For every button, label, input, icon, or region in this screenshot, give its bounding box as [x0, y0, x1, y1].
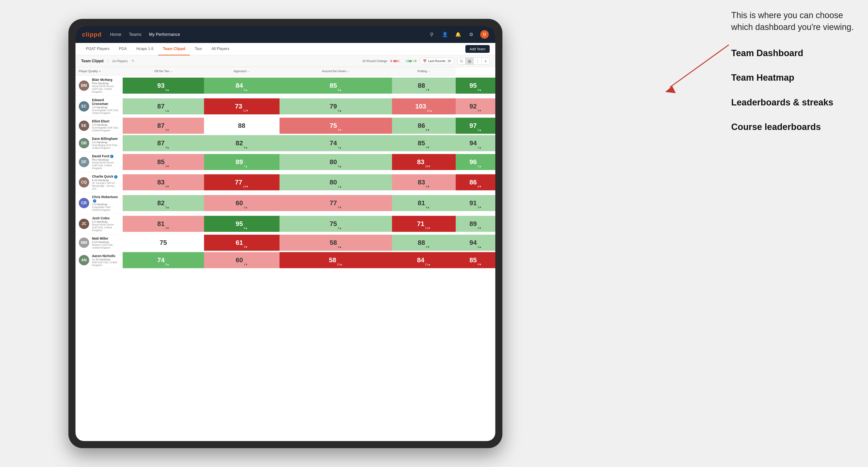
score-cell-9-0: 748▲ [123, 251, 204, 269]
player-club: Royal North Devon Golf Club, United King… [92, 223, 119, 231]
navbar-link-home[interactable]: Home [110, 31, 121, 38]
player-cell-1: ECEdward Crossman1-5 HandicapSunningdale… [75, 96, 123, 117]
score-cell-5-1: 7714▼ [204, 172, 280, 192]
table-row[interactable]: CQCharlie Quick✓6-10 HandicapSt. George'… [75, 172, 495, 192]
player-avatar: AN [79, 255, 89, 266]
add-team-button[interactable]: Add Team [465, 45, 490, 53]
navbar-link-teams[interactable]: Teams [129, 31, 142, 38]
scale-max: +5 [413, 59, 416, 63]
score-cell-1-0: 871▲ [123, 96, 204, 117]
score-cell-1-3: 10315▲ [392, 96, 456, 117]
score-change: 3▲ [338, 165, 342, 168]
score-change: 8▲ [165, 263, 169, 266]
table-row[interactable]: EEElliot Ebert1-5 HandicapSunningdale Go… [75, 117, 495, 134]
navbar: clippd HomeTeamsMy Performance ⚲ 👤 🔔 ⚙ U [75, 26, 495, 43]
score-value: 95 [469, 82, 477, 89]
list-view-button[interactable]: ⋮ [474, 58, 482, 64]
tab-all-players[interactable]: All Players [207, 43, 234, 55]
score-value: 77 [235, 179, 242, 186]
score-value: 71 [417, 220, 424, 228]
player-club: Gog Magog Golf Club, United Kingdom [92, 144, 119, 149]
player-name[interactable]: Matt Miller [92, 237, 119, 240]
navbar-link-my-performance[interactable]: My Performance [149, 31, 180, 38]
score-cell-9-1: 601▼ [204, 251, 280, 269]
player-avatar: BM [79, 81, 89, 91]
player-name[interactable]: Charlie Quick✓ [92, 175, 119, 178]
score-change: 2▲ [244, 206, 248, 209]
player-name[interactable]: Dave Billingham [92, 137, 119, 141]
bell-icon[interactable]: 🔔 [454, 30, 462, 39]
score-value: 88 [418, 82, 425, 89]
player-name[interactable]: Edward Crossman [92, 98, 119, 106]
player-name[interactable]: Blair McHarg [92, 78, 119, 82]
score-change: 4▲ [338, 246, 342, 248]
table-row[interactable]: BMBlair McHargPlus HandicapRoyal North D… [75, 75, 495, 96]
score-change: 3▼ [165, 129, 169, 131]
score-value: 84 [417, 256, 424, 264]
annotation-intro: This is where you can choose which dashb… [731, 9, 854, 33]
annotation-item: Team Dashboard [731, 48, 854, 59]
edit-team-icon[interactable]: ✎ [131, 59, 134, 63]
score-cell-3-2: 741▲ [280, 134, 392, 152]
player-handicap: 6-10 Handicap [92, 179, 119, 182]
player-club: Royal North Devon Golf Club, United King… [92, 161, 119, 169]
player-cell-4: DFDavid Ford✓Plus HandicapRoyal North De… [75, 152, 123, 172]
score-cell-5-0: 833▼ [123, 172, 204, 192]
tab-hcaps-1-5[interactable]: Hcaps 1-5 [132, 43, 158, 55]
table-row[interactable]: CRChris Robertson✓1-5 HandicapCraigmilla… [75, 192, 495, 214]
table-row[interactable]: DBDave Billingham1-5 HandicapGog Magog G… [75, 134, 495, 152]
player-name[interactable]: Chris Robertson✓ [92, 195, 119, 203]
score-change: 3▼ [426, 146, 430, 149]
settings-icon[interactable]: ⚙ [467, 30, 475, 39]
score-value: 85 [157, 158, 165, 166]
table-row[interactable]: ECEdward Crossman1-5 HandicapSunningdale… [75, 96, 495, 117]
svg-line-0 [670, 45, 729, 87]
annotation-arrow [651, 40, 734, 99]
heatmap-view-button[interactable]: ▤ [466, 58, 474, 64]
search-icon[interactable]: ⚲ [427, 30, 436, 39]
table-row[interactable]: JCJosh Coles1-5 HandicapRoyal North Devo… [75, 214, 495, 234]
tab-list: PGAT PlayersPGAHcaps 1-5Team ClippdTourA… [81, 43, 465, 55]
player-handicap: 1-5 Handicap [92, 220, 119, 223]
player-name[interactable]: Aaron Nicholls [92, 254, 119, 258]
score-value: 74 [157, 256, 165, 264]
table-row[interactable]: ANAaron Nicholls11-15 HandicapDrift Golf… [75, 251, 495, 269]
player-name[interactable]: Elliot Ebert [92, 119, 119, 123]
score-value: 58 [329, 256, 336, 264]
tab-tour[interactable]: Tour [190, 43, 207, 55]
score-cell-2-0: 873▼ [123, 117, 204, 134]
player-avatar: MM [79, 238, 89, 248]
round-change-label: 20 Round Change [362, 59, 387, 63]
grid-view-button[interactable]: ☷ [458, 58, 466, 64]
score-cell-7-2: 752▲ [280, 214, 392, 234]
score-cell-2-1: 88 [204, 117, 280, 134]
player-name[interactable]: Josh Coles [92, 216, 119, 220]
tab-team-clippd[interactable]: Team Clippd [158, 43, 190, 55]
last-rounds-value: 20 [448, 59, 451, 63]
score-cell-7-4: 892▼ [456, 214, 495, 234]
player-cell-2: EEElliot Ebert1-5 HandicapSunningdale Go… [75, 117, 123, 134]
score-change: 3▼ [477, 206, 482, 209]
score-cell-7-3: 7111▼ [392, 214, 456, 234]
user-icon[interactable]: 👤 [441, 30, 449, 39]
last-rounds-button[interactable]: 📅 Last Rounds: 20 [420, 58, 454, 64]
score-value: 94 [469, 139, 477, 147]
score-value: 87 [157, 139, 165, 147]
tablet-screen: clippd HomeTeamsMy Performance ⚲ 👤 🔔 ⚙ U… [75, 26, 495, 441]
download-button[interactable]: ⇓ [482, 58, 489, 64]
player-name[interactable]: David Ford✓ [92, 154, 119, 158]
score-value: 93 [157, 82, 165, 89]
tab-pgat-players[interactable]: PGAT Players [81, 43, 114, 55]
score-change: 10▼ [425, 165, 431, 168]
user-avatar[interactable]: U [480, 30, 489, 39]
table-row[interactable]: MMMatt Miller6-10 HandicapWoburn Golf Cl… [75, 234, 495, 251]
score-value: 96 [469, 158, 477, 166]
last-rounds-label: Last Rounds: [428, 59, 446, 63]
score-cell-2-3: 866▼ [392, 117, 456, 134]
navbar-icons: ⚲ 👤 🔔 ⚙ U [427, 30, 489, 39]
tab-pga[interactable]: PGA [114, 43, 132, 55]
score-cell-8-1: 613▼ [204, 234, 280, 251]
table-row[interactable]: DFDavid Ford✓Plus HandicapRoyal North De… [75, 152, 495, 172]
col-around-green: Around the Green — [280, 67, 392, 75]
score-cell-0-3: 881▼ [392, 75, 456, 96]
